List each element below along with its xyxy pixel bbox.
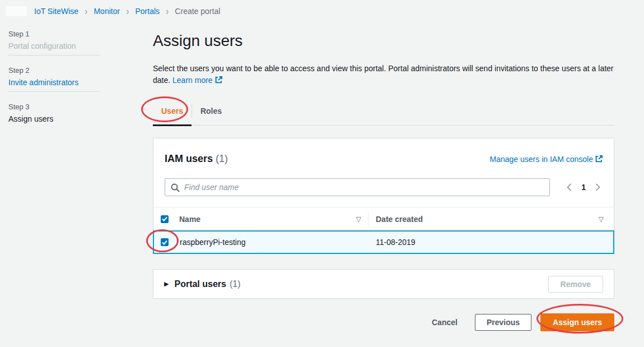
cancel-button[interactable]: Cancel: [432, 314, 458, 331]
search-row: 1: [153, 165, 614, 207]
previous-button[interactable]: Previous: [475, 314, 531, 331]
chevron-right-icon: [595, 183, 600, 191]
step-number: Step 2: [8, 66, 100, 75]
page-description: Select the users you want to be able to …: [153, 63, 614, 86]
portal-users-title: Portal users: [174, 279, 226, 289]
select-all-checkbox[interactable]: [161, 215, 169, 223]
portal-users-panel: ▶ Portal users (1) Remove: [153, 269, 614, 299]
manage-users-iam-console-link[interactable]: Manage users in IAM console: [490, 155, 603, 164]
tab-roles[interactable]: Roles: [192, 101, 230, 125]
chevron-left-icon: [567, 183, 572, 191]
tab-users[interactable]: Users: [153, 101, 192, 125]
table-header-row: Name ▽ Date created ▽: [153, 207, 614, 230]
check-icon: [162, 240, 167, 245]
row-date-created-cell: 11-08-2019: [368, 238, 613, 247]
search-icon: [171, 183, 180, 192]
breadcrumb: IoT SiteWise › Monitor › Portals › Creat…: [6, 6, 223, 16]
wizard-step-3: Step 3 Assign users: [8, 103, 100, 123]
redacted-account-badge: [6, 6, 27, 16]
pagination-page-number[interactable]: 1: [581, 183, 586, 192]
iam-users-count: (1): [216, 153, 228, 164]
learn-more-link[interactable]: Learn more: [172, 76, 222, 85]
pagination-next-button[interactable]: [593, 182, 603, 192]
divider: [8, 91, 100, 92]
row-select-cell: [154, 238, 180, 246]
search-box: [165, 178, 550, 196]
step-number: Step 1: [8, 30, 100, 38]
caret-right-icon: ▶: [164, 280, 169, 288]
remove-button[interactable]: Remove: [548, 276, 603, 293]
wizard-footer-actions: Cancel Previous Assign users: [153, 313, 614, 331]
step-label-portal-configuration: Portal configuration: [8, 41, 100, 50]
table-row-raspberrypi-testing[interactable]: raspberryPi-testing 11-08-2019: [153, 230, 614, 254]
step-number: Step 3: [8, 103, 100, 111]
chevron-right-icon: ›: [126, 5, 129, 17]
main-content: Assign users Select the users you want t…: [153, 28, 614, 331]
iam-users-header: IAM users(1) Manage users in IAM console: [153, 138, 614, 165]
create-portal-page: IoT SiteWise › Monitor › Portals › Creat…: [0, 0, 644, 347]
external-link-icon: [595, 155, 603, 163]
chevron-right-icon: ›: [166, 5, 169, 17]
tab-bar: Users Roles: [153, 101, 614, 126]
external-link-icon: [215, 76, 222, 84]
breadcrumb-iot-sitewise[interactable]: IoT SiteWise: [34, 7, 78, 16]
breadcrumb-monitor[interactable]: Monitor: [94, 7, 120, 16]
breadcrumb-create-portal: Create portal: [175, 7, 220, 16]
portal-users-count: (1): [230, 279, 241, 289]
assign-users-button[interactable]: Assign users: [540, 313, 614, 331]
column-header-date-created[interactable]: Date created ▽: [368, 215, 614, 224]
page-title: Assign users: [153, 31, 614, 50]
check-icon: [162, 216, 167, 221]
step-link-invite-administrators[interactable]: Invite administrators: [8, 78, 100, 87]
iam-users-panel: IAM users(1) Manage users in IAM console…: [153, 138, 614, 254]
divider: [8, 55, 100, 55]
wizard-steps-sidebar: Step 1 Portal configuration Step 2 Invit…: [8, 30, 100, 123]
column-header-name[interactable]: Name ▽: [179, 215, 368, 224]
pagination: 1: [564, 182, 603, 192]
iam-users-title: IAM users(1): [165, 153, 228, 165]
breadcrumb-portals[interactable]: Portals: [135, 7, 160, 16]
select-all-cell: [153, 215, 179, 223]
step-label-assign-users: Assign users: [8, 114, 100, 123]
chevron-right-icon: ›: [85, 5, 87, 17]
row-name-cell: raspberryPi-testing: [180, 238, 368, 247]
wizard-step-2: Step 2 Invite administrators: [8, 66, 100, 87]
sort-icon[interactable]: ▽: [356, 215, 361, 223]
wizard-step-1: Step 1 Portal configuration: [8, 30, 100, 50]
sort-icon[interactable]: ▽: [599, 215, 604, 223]
row-checkbox[interactable]: [161, 238, 169, 246]
find-user-name-input[interactable]: [165, 179, 549, 196]
pagination-previous-button[interactable]: [564, 182, 574, 192]
portal-users-expander[interactable]: ▶ Portal users (1): [164, 279, 241, 289]
